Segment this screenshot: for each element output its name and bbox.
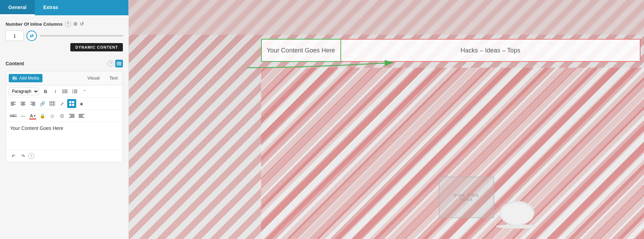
svg-rect-1 [117,63,121,64]
svg-rect-37 [72,104,74,106]
inline-columns-reset-icon[interactable]: ↺ [80,21,84,27]
blockquote-button[interactable]: " [80,87,89,96]
inline-columns-input[interactable] [6,31,24,41]
inline-columns-section: Number Of Inline Columns ? ⚙ ↺ [6,21,123,27]
lock-button[interactable]: 🔒 [38,111,47,120]
svg-rect-34 [69,101,71,103]
tab-general[interactable]: General [0,0,35,15]
editor-tab-visual[interactable]: Visual [83,73,104,84]
svg-rect-2 [117,65,121,65]
tab-extras[interactable]: Extras [35,0,66,15]
right-preview: Your Content Goes Here Hacks – Ideas – T… [129,0,644,239]
add-media-button[interactable]: Add Media [9,74,42,82]
outdent-button[interactable] [77,111,86,120]
left-panel: General Extras Number Of Inline Columns … [0,0,129,239]
dynamic-content-button[interactable]: DYNAMIC CONTENT [70,43,123,51]
editor-content[interactable]: Your Content Goes Here [6,122,123,150]
omega-button[interactable]: Ω [57,111,66,120]
grid-button[interactable] [67,99,76,108]
editor-tab-text[interactable]: Text [104,73,123,84]
table-icon [49,101,55,106]
indent-button[interactable] [67,111,76,120]
grid-icon [69,101,74,106]
table-button[interactable] [48,99,57,108]
editor-help-icon[interactable]: ? [28,153,34,159]
stamp-decoration: NINE TIME TEAS [439,176,494,218]
svg-text:3.: 3. [72,92,73,94]
align-center-icon [21,101,25,106]
svg-rect-0 [117,62,121,63]
svg-point-10 [63,92,64,93]
columns-slider[interactable] [40,35,123,36]
svg-rect-36 [69,104,71,106]
ul-icon [62,89,68,94]
toolbar-row-3: ABC — A ▾ 🔒 ◇ Ω [6,110,123,122]
svg-rect-35 [72,101,74,103]
cup-saucer [496,224,538,229]
align-left-button[interactable] [9,99,18,108]
ordered-list-button[interactable]: 1.2.3. [70,87,79,96]
outdent-icon [79,114,84,118]
content-help-icon[interactable]: ? [108,60,114,67]
align-right-icon [30,101,35,106]
undo-button[interactable]: ↶ [9,151,18,160]
content-box-right: Hacks – Ideas – Tops [341,39,641,62]
svg-point-8 [63,90,64,91]
preview-bottom-area: NINE TIME TEAS [261,68,644,239]
content-stack-icon[interactable] [115,60,123,67]
content-header-icons: ? [108,60,123,67]
toolbar-row-1: Paragraph B I 1.2.3. " [6,85,123,98]
strikethrough-button[interactable]: ABC [9,111,18,120]
svg-point-9 [63,91,64,92]
paragraph-select[interactable]: Paragraph [9,88,39,95]
fullscreen-button[interactable]: ⤢ [57,99,66,108]
spinner-button[interactable]: ⇄ [26,31,37,41]
align-right-button[interactable] [28,99,37,108]
horizontal-rule-button[interactable]: — [18,111,28,120]
toolbar-row-2: 🔗 ⤢ ◈ [6,98,123,110]
svg-point-4 [13,77,14,78]
layers-button[interactable]: ◈ [77,99,86,108]
bottom-toolbar: ↶ ↷ ? [6,150,123,162]
coffee-cup-decoration [494,190,540,229]
italic-button[interactable]: I [51,87,60,96]
editor-area: Add Media Visual Text Paragraph B I [6,71,123,162]
text-color-button[interactable]: A ▾ [28,111,37,120]
inline-columns-help-icon[interactable]: ? [65,21,71,27]
content-boxes: Your Content Goes Here Hacks – Ideas – T… [261,39,641,62]
bold-button[interactable]: B [41,87,50,96]
inline-columns-row: ⇄ [6,31,123,41]
indent-icon [69,114,74,118]
svg-rect-29 [49,101,55,106]
tabs-header: General Extras [0,0,128,15]
content-section-label: Content [6,61,24,66]
media-icon [12,76,17,80]
eraser-button[interactable]: ◇ [48,111,57,120]
content-box-left: Your Content Goes Here [261,39,341,62]
redo-button[interactable]: ↷ [18,151,28,160]
inline-columns-gear-icon[interactable]: ⚙ [73,21,78,27]
svg-rect-3 [12,76,17,80]
link-button[interactable]: 🔗 [38,99,47,108]
cup-body [500,201,534,225]
ol-icon: 1.2.3. [72,89,78,94]
preview-top-overlay [129,0,644,35]
align-left-icon [11,101,16,106]
unordered-list-button[interactable] [61,87,70,96]
align-center-button[interactable] [18,99,28,108]
content-section-header: Content ? [6,60,123,67]
panel-body: Number Of Inline Columns ? ⚙ ↺ ⇄ DYNAMIC… [0,15,128,239]
